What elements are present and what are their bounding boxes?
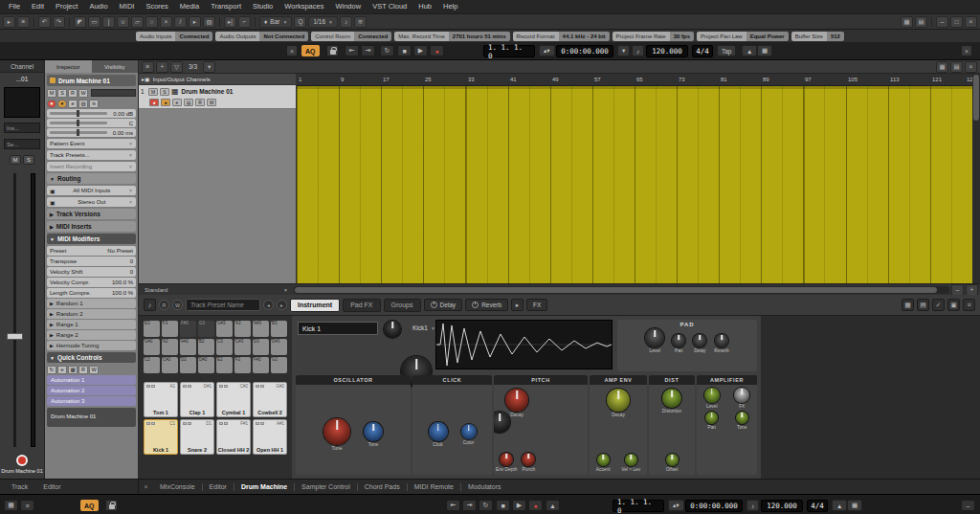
tab-editor[interactable]: Editor: [203, 480, 234, 494]
snap-icon[interactable]: ⌐: [238, 16, 251, 28]
tempo-display[interactable]: 120.000: [761, 500, 803, 512]
io-channels-row[interactable]: ▸▣ Input/Output Channels: [139, 74, 296, 85]
transport-close-right-icon[interactable]: ×: [961, 45, 972, 56]
status-control-room[interactable]: Control RoomConnected: [311, 32, 391, 41]
keyboard-icon[interactable]: ▦: [847, 500, 862, 511]
quantize-panel-icon[interactable]: ≋: [354, 16, 367, 28]
vertical-scrollbar-thumb[interactable]: [973, 75, 979, 121]
hermode-tuning-expander[interactable]: ▶ Hermode Tuning: [47, 341, 136, 350]
track-row[interactable]: 1 M S ▦ Drum Machine 01 ● ● e ▤ R W: [139, 85, 296, 109]
drum-pad-small[interactable]: D#2: [198, 357, 214, 373]
power-icon[interactable]: [431, 302, 437, 308]
drum-pad-selected[interactable]: C1Kick 1: [144, 419, 178, 455]
pitch-decay-knob[interactable]: [505, 389, 528, 412]
drum-pad-small[interactable]: G#2: [144, 339, 160, 355]
menu-project[interactable]: Project: [50, 0, 83, 13]
tab-chord-pads[interactable]: Chord Pads: [358, 480, 407, 494]
tempo-display[interactable]: 120.000: [646, 45, 688, 57]
minimize-button[interactable]: –: [936, 16, 948, 28]
drum-pad-small[interactable]: E3: [144, 321, 160, 337]
qc-write-button[interactable]: W: [89, 366, 99, 374]
sample-name-field[interactable]: Kick 1: [298, 322, 378, 335]
drum-pad-small[interactable]: D#3: [271, 339, 287, 355]
quantize-icon[interactable]: Q: [294, 16, 306, 28]
section-midi-modifiers[interactable]: ▼ MIDI Modifiers: [47, 234, 136, 244]
click-icon[interactable]: ▲: [832, 500, 847, 511]
fx-button[interactable]: FX: [526, 299, 547, 311]
drum-pad-small[interactable]: F3: [162, 321, 178, 337]
menu-media[interactable]: Media: [174, 0, 205, 13]
channel-inserts-box[interactable]: Ins...: [4, 123, 40, 133]
midi-part[interactable]: [297, 86, 972, 283]
menu-icon[interactable]: ≡: [963, 299, 975, 311]
time-display[interactable]: 0:00:00.000: [685, 500, 743, 512]
monitor-icon[interactable]: ●: [57, 100, 67, 108]
midi-input-dropdown[interactable]: ▣ All MIDI Inputs ▼: [47, 186, 136, 195]
output-routing-dropdown[interactable]: ▣ Stereo Out ▼: [47, 197, 136, 207]
horizontal-scrollbar-thumb[interactable]: [295, 287, 937, 293]
lock-icon[interactable]: [326, 45, 339, 56]
metronome-icon[interactable]: ▲: [742, 45, 757, 56]
status-frame-rate[interactable]: Project Frame Rate30 fps: [612, 32, 694, 41]
drum-pad-small[interactable]: F2: [234, 357, 251, 373]
tempo-icon[interactable]: ♪: [746, 500, 759, 511]
tab-midi-remote[interactable]: MIDI Remote: [408, 480, 460, 494]
record-enable-icon[interactable]: ●: [47, 100, 56, 108]
close-zone-icon[interactable]: ×: [965, 61, 977, 73]
section-quick-controls[interactable]: ▼ Quick Controls: [47, 352, 136, 363]
mute-button[interactable]: M: [148, 88, 158, 96]
window-zones-icon[interactable]: ▦: [901, 16, 913, 28]
vel-lev-knob[interactable]: [625, 454, 637, 466]
range-selection-tool-icon[interactable]: ▭: [88, 16, 100, 28]
play-tool-icon[interactable]: ▸: [189, 16, 201, 28]
metronome-icon[interactable]: ▲: [546, 500, 560, 511]
maximize-button[interactable]: □: [950, 16, 963, 28]
punch-knob[interactable]: [522, 453, 535, 466]
accent-knob[interactable]: [597, 454, 610, 466]
drum-pad-small[interactable]: F#2: [253, 357, 269, 373]
sample-selector[interactable]: Kick1 ▼: [412, 324, 435, 331]
write-automation-button[interactable]: W: [207, 99, 216, 106]
drum-pad-small[interactable]: A#2: [180, 339, 196, 355]
menu-midi[interactable]: MIDI: [114, 0, 141, 13]
amp-fx-knob[interactable]: [734, 388, 749, 403]
preset-row[interactable]: Preset No Preset: [47, 246, 136, 256]
section-track-versions[interactable]: ▶ Track Versions: [47, 209, 136, 219]
delay-slider[interactable]: [50, 131, 107, 134]
record-enable-icon[interactable]: [16, 455, 28, 466]
color-tool-icon[interactable]: ▨: [203, 16, 215, 28]
tone-knob[interactable]: [364, 422, 383, 441]
velocity-shift-row[interactable]: Velocity Shift 0: [47, 267, 136, 277]
zoom-tool-icon[interactable]: ○: [145, 16, 158, 28]
write-automation-button[interactable]: W: [172, 300, 183, 310]
window-layout-icon[interactable]: ▦: [4, 500, 18, 511]
redo-icon[interactable]: ↷: [53, 16, 65, 28]
toolbar-setup-icon[interactable]: ≡: [17, 16, 30, 28]
track-presets-dropdown[interactable]: Track Presets... ▼: [47, 150, 136, 160]
draw-tool-icon[interactable]: /: [174, 16, 187, 28]
workspace-icon[interactable]: ▤: [915, 16, 927, 28]
drum-pad-small[interactable]: C3: [216, 339, 233, 355]
mute-button[interactable]: M: [10, 155, 21, 165]
pad-pan-knob[interactable]: [672, 334, 685, 347]
status-buffer-size[interactable]: Buffer Size512: [791, 32, 844, 41]
amp-level-knob[interactable]: [704, 388, 720, 403]
erase-tool-icon[interactable]: ▱: [131, 16, 144, 28]
write-automation-button[interactable]: W: [78, 89, 88, 98]
delay-fx-button[interactable]: Delay: [424, 299, 463, 311]
color-knob[interactable]: [461, 424, 477, 439]
position-nudge-buttons[interactable]: ▴▾: [539, 45, 555, 56]
stop-button[interactable]: ■: [397, 45, 412, 56]
filter-tracks-icon[interactable]: ▽: [170, 61, 183, 73]
add-track-button[interactable]: +: [156, 61, 168, 73]
tab-mixconsole[interactable]: MixConsole: [153, 480, 202, 494]
distortion-knob[interactable]: [662, 389, 681, 408]
solo-button[interactable]: S: [23, 155, 34, 165]
drum-pad-small[interactable]: G2: [271, 357, 287, 373]
monitor-icon[interactable]: ▤: [917, 299, 929, 311]
drum-pad-small[interactable]: G#3: [216, 321, 233, 337]
split-tool-icon[interactable]: |: [102, 16, 115, 28]
tempo-icon[interactable]: ♪: [632, 45, 644, 56]
menu-help[interactable]: Help: [437, 0, 463, 13]
drum-pad[interactable]: C#2Cymbal 1: [216, 382, 251, 417]
